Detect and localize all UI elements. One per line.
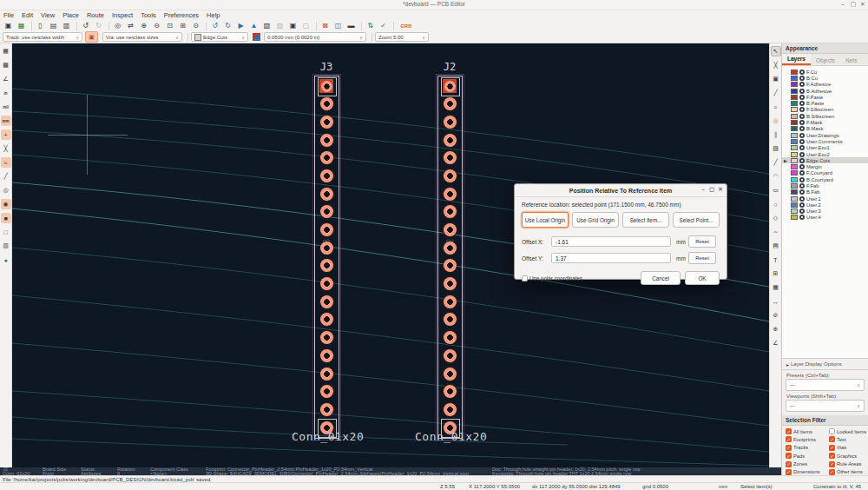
- layer-visibility-eye-icon[interactable]: [799, 183, 805, 189]
- dialog-maximize-icon[interactable]: ▢: [707, 186, 716, 193]
- draw-rectangle-tool-icon[interactable]: ▭: [771, 185, 781, 195]
- pads-checkbox[interactable]: ✓: [786, 453, 792, 459]
- value-label[interactable]: Conn_01x20: [292, 430, 361, 443]
- dialog-title-bar[interactable]: Position Relative To Reference Item – ▢ …: [515, 184, 727, 197]
- layer-name[interactable]: User.1: [806, 196, 821, 202]
- ok-button[interactable]: OK: [685, 271, 720, 285]
- layer-pair-indicator[interactable]: [251, 32, 262, 42]
- layer-visibility-eye-icon[interactable]: [799, 107, 805, 112]
- layer-visibility-eye-icon[interactable]: [799, 139, 805, 144]
- layer-color-swatch[interactable]: [791, 114, 798, 119]
- layer-color-swatch[interactable]: [791, 70, 798, 75]
- layer-visibility-eye-icon[interactable]: [799, 76, 805, 81]
- layer-row[interactable]: B.Silkscreen: [782, 113, 868, 119]
- layer-visibility-eye-icon[interactable]: [799, 215, 805, 220]
- via-display-mode-icon[interactable]: ◎: [1, 185, 11, 195]
- layer-row[interactable]: User.4: [782, 215, 868, 221]
- layer-row[interactable]: B.Courtyard: [782, 176, 868, 182]
- layer-name[interactable]: F.Mask: [806, 120, 822, 125]
- other-items-checkbox[interactable]: ✓: [829, 469, 835, 475]
- add-footprint-tool-icon[interactable]: ▣: [771, 74, 781, 84]
- layer-name[interactable]: Margin: [806, 164, 822, 169]
- zone-outline-mode-icon[interactable]: □: [1, 227, 11, 237]
- via-size-dropdown[interactable]: Via: use netclass sizes∨: [102, 32, 182, 42]
- layer-row[interactable]: B.Cu: [782, 75, 868, 81]
- add-zone-tool-icon[interactable]: ▨: [771, 143, 781, 154]
- zoom-in-icon[interactable]: ⊕: [138, 21, 149, 30]
- unlock-icon[interactable]: ▢: [300, 21, 312, 30]
- layer-visibility-eye-icon[interactable]: [799, 145, 805, 150]
- select-point-button[interactable]: Select Point...: [673, 212, 720, 228]
- layer-name[interactable]: B.Mask: [806, 126, 823, 131]
- redo-icon[interactable]: ↻: [93, 21, 104, 30]
- measure-tool-icon[interactable]: ∠: [771, 338, 781, 348]
- menu-file[interactable]: File: [3, 11, 14, 19]
- pad[interactable]: [320, 223, 333, 236]
- layer-visibility-eye-icon[interactable]: [799, 189, 805, 195]
- units-mils-icon[interactable]: mil: [1, 102, 11, 112]
- draw-bezier-tool-icon[interactable]: ∼: [771, 227, 781, 237]
- layer-row[interactable]: F.Silkscreen: [782, 107, 868, 113]
- refresh-icon[interactable]: ⇄: [125, 21, 136, 30]
- pad[interactable]: [443, 79, 457, 93]
- layer-row[interactable]: F.Mask: [782, 119, 868, 125]
- add-dimension-tool-icon[interactable]: ↔: [771, 296, 781, 307]
- print-icon[interactable]: ▤: [48, 21, 59, 30]
- all-items-checkbox[interactable]: ✓: [786, 428, 792, 434]
- pad[interactable]: [444, 331, 457, 344]
- units-inches-icon[interactable]: in: [1, 88, 11, 98]
- layer-color-swatch[interactable]: [791, 209, 798, 214]
- dimensions-checkbox[interactable]: ✓: [786, 469, 792, 475]
- layer-display-options[interactable]: ▸Layer Display Options: [782, 358, 868, 370]
- menu-view[interactable]: View: [41, 11, 55, 19]
- gerber-icon[interactable]: GRB: [397, 21, 416, 30]
- auto-track-width-toggle[interactable]: ▣: [85, 31, 98, 43]
- layer-name[interactable]: User.3: [806, 209, 821, 214]
- pad[interactable]: [444, 223, 457, 236]
- layer-visibility-eye-icon[interactable]: [799, 177, 805, 182]
- crosshair-style-icon[interactable]: +: [1, 129, 11, 140]
- layer-row[interactable]: User.Comments: [782, 138, 868, 144]
- pad[interactable]: [320, 385, 333, 398]
- layer-color-swatch[interactable]: [791, 139, 798, 144]
- local-ratsnest-tool-icon[interactable]: ╳: [771, 60, 781, 70]
- layer-name[interactable]: User.2: [806, 202, 821, 208]
- dialog-minimize-icon[interactable]: –: [699, 186, 707, 192]
- pad[interactable]: [444, 277, 457, 290]
- layer-visibility-eye-icon[interactable]: [799, 126, 805, 131]
- menu-preferences[interactable]: Preferences: [164, 11, 199, 19]
- minimize-icon[interactable]: –: [838, 1, 847, 7]
- dialog-close-icon[interactable]: ✕: [716, 186, 725, 193]
- layer-color-swatch[interactable]: [791, 177, 798, 182]
- layer-color-swatch[interactable]: [791, 196, 798, 202]
- pad[interactable]: [320, 331, 333, 344]
- layer-name[interactable]: F.Cu: [806, 70, 817, 75]
- pad[interactable]: [320, 313, 333, 326]
- add-textbox-tool-icon[interactable]: ⊞: [771, 268, 781, 279]
- offset-x-input[interactable]: [551, 236, 671, 247]
- zone-fill-mode-icon[interactable]: ■: [1, 213, 11, 223]
- reference-designator[interactable]: J2: [432, 61, 467, 73]
- layer-name[interactable]: F.Adhesive: [806, 82, 831, 87]
- layer-name[interactable]: Edge.Cuts: [806, 158, 830, 163]
- group-icon[interactable]: ▧: [261, 21, 273, 30]
- pad[interactable]: [320, 151, 333, 164]
- layer-visibility-eye-icon[interactable]: [799, 120, 805, 125]
- viewports-dropdown[interactable]: —∨: [786, 400, 865, 412]
- zoom-out-icon[interactable]: ⊖: [151, 21, 162, 30]
- layer-color-swatch[interactable]: [791, 95, 798, 100]
- layer-name[interactable]: User.4: [806, 215, 821, 220]
- offset-y-input[interactable]: [551, 253, 671, 263]
- zoom-fit-icon[interactable]: ⊡: [164, 21, 175, 30]
- layer-visibility-eye-icon[interactable]: [799, 70, 805, 75]
- drc-icon[interactable]: ✓: [378, 21, 389, 30]
- add-table-tool-icon[interactable]: ▦: [771, 282, 781, 293]
- layer-color-swatch[interactable]: [791, 189, 798, 195]
- pad[interactable]: [320, 169, 333, 182]
- layer-name[interactable]: User.Drawings: [806, 133, 839, 138]
- layer-row[interactable]: Margin: [782, 163, 868, 169]
- add-text-tool-icon[interactable]: T: [771, 255, 781, 265]
- layer-name[interactable]: F.Silkscreen: [806, 107, 833, 112]
- pad[interactable]: [320, 403, 333, 416]
- pad[interactable]: [320, 97, 333, 110]
